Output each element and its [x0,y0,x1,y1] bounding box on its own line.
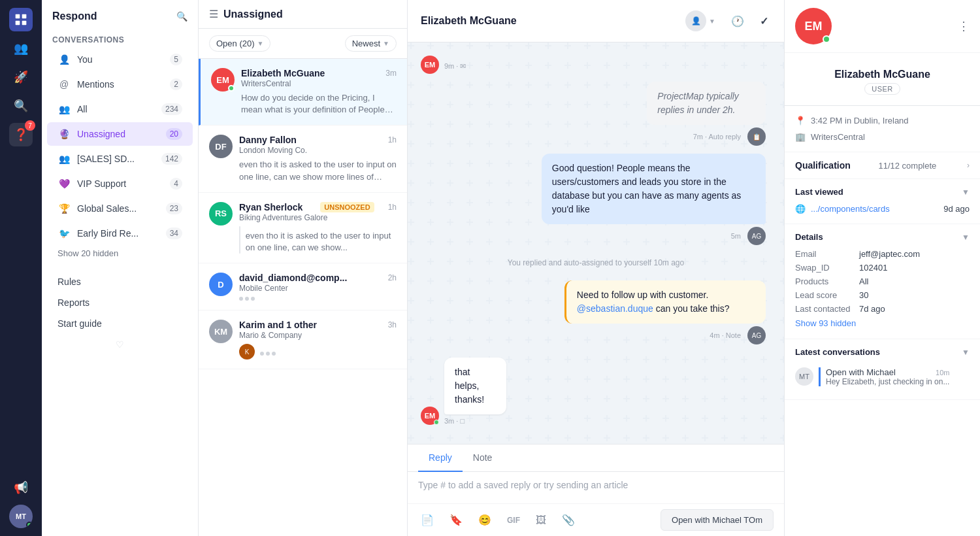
resolve-button[interactable]: ✓ [757,12,771,30]
assign-agent-button[interactable]: 👤 ▼ [683,8,718,34]
conv-company-ryan: Biking Adventures Galore [239,213,397,222]
menu-icon[interactable]: ☰ [209,8,218,20]
conv-time-karim: 3h [388,320,397,329]
conv-avatar-initials: EM [216,75,229,85]
global-icon: 🏆 [57,202,71,215]
reply-tab-note[interactable]: Note [463,444,503,472]
message-bubble-outgoing: Good question! People means the users/cu… [542,154,766,224]
conv-name-danny: Danny Fallon [239,135,297,145]
snooze-button[interactable]: 🕐 [728,12,747,30]
nav-sidebar: Respond 🔍 Conversations 👤 You 5 @ Mentio… [42,0,199,536]
qualification-chevron-icon[interactable]: › [967,161,970,170]
reports-link[interactable]: Reports [47,292,193,313]
outgoing-avatar: AG [747,227,766,245]
sidebar-item-unassigned-label: Unassigned [77,129,159,139]
note-time: 4m · Note [710,331,741,339]
company-icon: 🏢 [795,132,806,142]
conv-item-david[interactable]: D david_diamond@comp... 2h Mobile Center [199,263,407,310]
conv-item-karim[interactable]: KM Karim and 1 other 3h Mario & Company … [199,310,407,369]
open-with-button[interactable]: Open with Michael TOm [661,509,774,531]
nav-search-icon[interactable]: 🔍 [176,11,188,22]
lead-score-value: 30 [859,290,868,300]
sidebar-icon-megaphone[interactable]: 📢 [9,476,33,499]
sidebar-item-unassigned[interactable]: 🔮 Unassigned 20 [47,122,193,146]
conv-info-karim: Karim and 1 other 3h Mario & Company K [239,320,397,360]
message-bubble-auto-reply: ProjectMap typically replies in under 2h… [647,82,766,125]
user-avatar-sidebar[interactable]: MT [9,505,33,528]
sidebar-icon-conversations[interactable]: 👥 [9,37,33,60]
contact-panel: EM ⋮ Elizabeth McGuane USER 📍 3:42 PM in… [784,0,980,536]
filter-open-chevron: ▼ [257,40,264,47]
rules-link[interactable]: Rules [47,271,193,292]
start-guide-link[interactable]: Start guide [47,313,193,334]
last-viewed-url[interactable]: .../components/cards [811,204,890,214]
conv-company-elizabeth: WritersCentral [241,79,397,88]
details-section: Details ▼ Email jeff@japtec.com Swap_ID … [785,224,980,339]
gif-icon[interactable]: GIF [504,513,523,528]
conv-list-title: Unassigned [223,8,397,20]
sidebar-item-global[interactable]: 🏆 Global Sales... 23 [47,197,193,220]
sidebar-item-sales[interactable]: 👥 [SALES] SD... 142 [47,147,193,171]
auto-reply-avatar: 📋 [747,127,766,146]
sidebar-icon-rocket[interactable]: 🚀 [9,65,33,89]
sidebar-icon-badge[interactable]: ❓ [9,123,33,146]
conv-item-danny[interactable]: DF Danny Fallon 1h London Moving Co. eve… [199,126,407,192]
chat-contact-name: Elizabeth McGuane [421,15,517,27]
conv-avatar-david-initials: D [218,280,223,290]
conv-avatar-danny: DF [209,135,233,158]
conv-item-ryan[interactable]: RS Ryan Sherlock UNSNOOZED 1h Biking Adv… [199,193,407,263]
latest-conv-item[interactable]: MT Open with Michael 10m Hey Elizabeth, … [795,362,970,392]
reply-tab-reply[interactable]: Reply [418,444,463,472]
article-icon[interactable]: 📄 [418,511,436,529]
last-viewed-chevron-icon[interactable]: ▼ [962,188,970,197]
swap-id-label: Swap_ID [795,263,854,273]
latest-conversations-title: Latest conversations [795,347,880,357]
image-icon[interactable]: 🖼 [533,512,549,529]
sidebar-item-vip-count: 4 [170,178,182,190]
filter-newest-chevron: ▼ [383,40,389,47]
sidebar-item-vip[interactable]: 💜 VIP Support 4 [47,172,193,195]
filter-newest-button[interactable]: Newest ▼ [345,35,397,52]
latest-conv-chevron-icon[interactable]: ▼ [962,348,970,357]
location-icon: 📍 [795,116,806,126]
details-chevron-icon[interactable]: ▼ [962,233,970,242]
filter-open-button[interactable]: Open (20) ▼ [209,35,270,52]
heart-icon[interactable]: ♡ [42,334,198,355]
emoji-icon[interactable]: 😊 [476,511,494,529]
latest-conv-info: Open with Michael 10m Hey Elizabeth, jus… [819,367,949,386]
sidebar-item-mentions[interactable]: @ Mentions 2 [47,73,193,96]
reply-input[interactable]: Type # to add a saved reply or try sendi… [408,472,784,503]
sidebar-item-all[interactable]: 👥 All 234 [47,97,193,121]
sidebar-item-earlybird[interactable]: 🐦 Early Bird Re... 34 [47,222,193,245]
sidebar-item-you[interactable]: 👤 You 5 [47,48,193,71]
auto-reply-time: 7m · Auto reply [693,133,741,141]
contact-more-icon[interactable]: ⋮ [958,19,970,33]
conv-avatar-karim: KM [209,320,233,343]
sidebar-item-earlybird-label: Early Bird Re... [77,228,159,239]
chat-header-actions: 👤 ▼ 🕐 ✓ [683,8,771,34]
sidebar-item-all-count: 234 [161,103,182,115]
swap-id-value: 102401 [859,263,887,273]
conv-time-elizabeth: 3m [385,69,397,78]
conv-item-elizabeth[interactable]: EM Elizabeth McGuane 3m WritersCentral H… [199,59,407,126]
bookmark-icon[interactable]: 🔖 [447,511,465,529]
mentions-icon: @ [57,78,71,91]
contact-badge: USER [864,83,900,95]
conv-name-karim: Karim and 1 other [239,320,317,330]
chat-area: Elizabeth McGuane 👤 ▼ 🕐 ✓ EM 9m · ✉ [408,0,784,536]
conv-avatar-danny-initials: DF [215,142,226,152]
email-value: jeff@japtec.com [859,249,920,259]
sidebar-item-mentions-count: 2 [170,78,182,90]
sidebar-icon-search[interactable]: 🔍 [9,94,33,118]
svg-rect-0 [16,14,20,19]
show-hidden-button[interactable]: Show 20 hidden [42,246,198,261]
conv-time-david: 2h [388,273,397,282]
sidebar-item-you-count: 5 [170,54,182,65]
contact-company: WritersCentral [811,132,865,142]
attachment-icon[interactable]: 📎 [559,511,578,529]
qualification-label: Qualification [795,160,851,171]
conv-filters: Open (20) ▼ Newest ▼ [199,29,407,59]
reply-actions: 📄 🔖 😊 GIF 🖼 📎 Open with Michael TOm [408,503,784,536]
app-logo[interactable] [9,8,33,31]
show-93-hidden-button[interactable]: Show 93 hidden [795,316,970,331]
